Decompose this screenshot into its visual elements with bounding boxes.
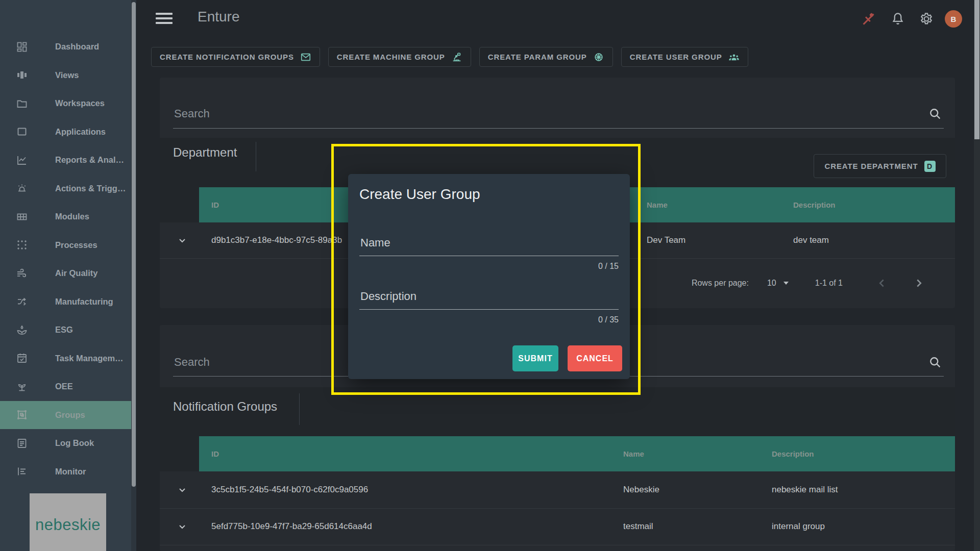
nebeskie-logo-text: nebeskie (30, 516, 106, 534)
nebeskie-logo: nebeskie (30, 493, 106, 551)
button-label: CREATE NOTIFICATION GROUPS (160, 53, 294, 61)
submit-button[interactable]: SUBMIT (512, 345, 558, 371)
rows-per-page-value: 10 (767, 279, 776, 288)
dots-grid-icon (16, 239, 28, 251)
cell-description: dev team (793, 222, 829, 258)
cancel-button[interactable]: CANCEL (568, 345, 622, 371)
dashboard-icon (16, 41, 28, 53)
user-avatar[interactable]: B (945, 10, 962, 28)
create-machine-group-button[interactable]: CREATE MACHINE GROUP (328, 47, 471, 67)
department-search-input[interactable] (173, 102, 930, 126)
sidebar-scrollbar-thumb[interactable] (132, 2, 136, 487)
description-input-underline (359, 309, 619, 310)
param-wheel-icon (593, 52, 604, 63)
sidebar-item-groups[interactable]: Groups (0, 401, 136, 430)
sidebar-item-workspaces[interactable]: Workspaces (0, 89, 136, 118)
sidebar-item-air-quality[interactable]: Air Quality (0, 259, 136, 288)
column-header-id: ID (211, 436, 219, 471)
envelope-icon (300, 52, 311, 63)
menu-toggle-button[interactable] (156, 13, 173, 24)
notification-table-row-partial (160, 545, 955, 551)
notification-header-strip (160, 387, 955, 436)
sidebar-item-applications[interactable]: Applications (0, 118, 136, 146)
search-icon (928, 355, 942, 369)
create-department-button[interactable]: CREATE DEPARTMENT D (814, 154, 946, 178)
cell-id: d9b1c3b7-e18e-4bbc-97c5-89a3b (211, 222, 342, 258)
sidebar-item-modules[interactable]: Modules (0, 203, 136, 231)
section-divider (299, 393, 300, 425)
row-expand-chevron-icon[interactable] (176, 484, 188, 496)
column-header-name: Name (623, 436, 644, 471)
sidebar-item-label: Reports & Anal… (55, 155, 124, 165)
people-group-icon (728, 52, 740, 63)
pagination-range: 1-1 of 1 (815, 279, 843, 288)
button-label: CREATE USER GROUP (630, 53, 722, 61)
button-label: CREATE DEPARTMENT (824, 162, 918, 170)
create-param-group-button[interactable]: CREATE PARAM GROUP (479, 47, 613, 67)
avatar-initial: B (951, 15, 957, 23)
cell-id: 3c5cb1f5-24b5-454f-b070-c62f0c9a0596 (211, 471, 368, 508)
group-description-input[interactable] (359, 287, 621, 306)
description-char-counter: 0 / 35 (598, 315, 619, 324)
sidebar-item-label: Views (55, 70, 79, 80)
page-scrollbar-track (974, 0, 980, 551)
notification-table-row[interactable]: 3c5cb1f5-24b5-454f-b070-c62f0c9a0596 Neb… (160, 471, 955, 509)
section-divider (256, 142, 256, 171)
notification-table-row[interactable]: 5efd775b-10e9-47f7-ba29-65d614c6aa4d tes… (160, 508, 955, 545)
button-label: CREATE MACHINE GROUP (337, 53, 445, 61)
header-lead-cell (160, 436, 199, 471)
next-page-chevron-icon[interactable] (912, 277, 925, 290)
create-user-group-button[interactable]: CREATE USER GROUP (621, 47, 748, 67)
sidebar-item-label: Workspaces (55, 98, 105, 108)
rows-per-page-select[interactable]: 10 (767, 279, 789, 288)
sidebar-scrollbar-track (131, 0, 136, 551)
row-expand-chevron-icon[interactable] (176, 234, 188, 246)
sidebar-item-label: Manufacturing (55, 297, 113, 307)
cell-id: 5efd775b-10e9-47f7-ba29-65d614c6aa4d (211, 508, 372, 545)
sidebar-item-label: OEE (55, 382, 73, 391)
views-icon (16, 69, 28, 81)
column-header-id: ID (211, 187, 219, 222)
sidebar-item-actions-triggers[interactable]: Actions & Trigg… (0, 174, 136, 203)
page-scrollbar-thumb[interactable] (974, 0, 979, 139)
disconnected-icon[interactable] (861, 11, 876, 27)
sidebar-item-manufacturing[interactable]: Manufacturing (0, 288, 136, 316)
monitor-icon (16, 465, 28, 478)
notification-table-header: ID Name Description (160, 436, 955, 471)
group-name-input[interactable] (359, 233, 621, 253)
notifications-bell-icon[interactable] (890, 11, 905, 27)
sidebar-item-esg[interactable]: ESG (0, 316, 136, 344)
button-label: CREATE PARAM GROUP (488, 53, 587, 61)
sidebar-item-views[interactable]: Views (0, 61, 136, 90)
sidebar-item-reports-analytics[interactable]: Reports & Anal… (0, 146, 136, 174)
settings-gear-icon[interactable] (919, 11, 934, 27)
sidebar-item-label: Log Book (55, 438, 94, 448)
previous-page-chevron-icon[interactable] (875, 277, 889, 290)
row-expand-chevron-icon[interactable] (176, 520, 188, 533)
sidebar-item-monitor[interactable]: Monitor (0, 458, 136, 486)
department-title: Department (173, 145, 237, 160)
create-notification-groups-button[interactable]: CREATE NOTIFICATION GROUPS (151, 47, 320, 67)
search-underline (173, 128, 944, 129)
sidebar-item-label: ESG (55, 325, 73, 335)
sidebar-item-log-book[interactable]: Log Book (0, 429, 136, 458)
sidebar-item-oee[interactable]: OEE (0, 372, 136, 401)
cell-description: nebeskie mail list (772, 471, 838, 508)
column-header-description: Description (793, 187, 836, 222)
sidebar-item-label: Task Managem… (55, 354, 124, 363)
sidebar-item-dashboard[interactable]: Dashboard (0, 33, 136, 61)
cell-name: Nebeskie (623, 471, 659, 508)
wind-icon (16, 267, 28, 280)
dialog-title: Create User Group (359, 186, 480, 203)
sidebar-item-task-management[interactable]: Task Managem… (0, 344, 136, 373)
sidebar-item-label: Modules (55, 212, 89, 221)
machine-icon (451, 52, 462, 63)
search-icon (928, 107, 942, 121)
calendar-check-icon (16, 352, 28, 364)
siren-icon (16, 182, 28, 194)
sidebar-item-processes[interactable]: Processes (0, 231, 136, 260)
sidebar-item-label: Air Quality (55, 268, 97, 278)
header-lead-cell (160, 187, 199, 222)
sidebar-nav: Dashboard Views Workspaces Applications (0, 33, 136, 486)
column-header-description: Description (772, 436, 814, 471)
